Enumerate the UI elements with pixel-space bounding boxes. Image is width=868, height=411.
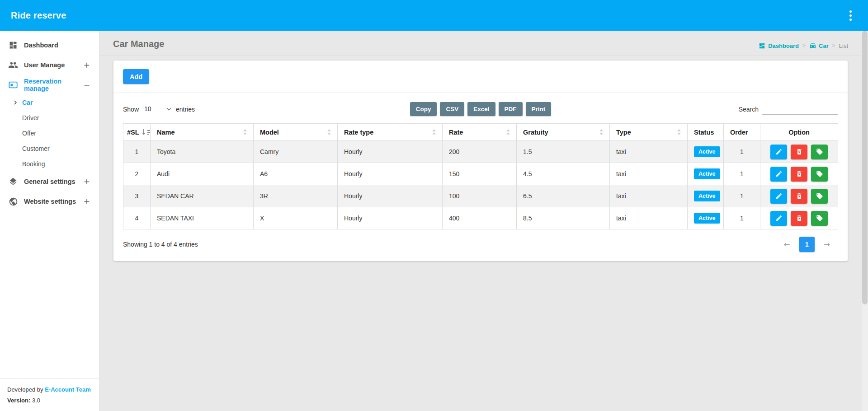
sidebar-item-general-settings[interactable]: General settings + (0, 172, 99, 191)
sidebar-subitem-label: Driver (22, 114, 39, 121)
breadcrumb-car[interactable]: Car (809, 42, 829, 49)
cell-gratuity: 1.5 (517, 141, 610, 163)
cell-type: taxi (610, 207, 688, 229)
pencil-icon (775, 215, 783, 222)
add-button[interactable]: Add (123, 69, 149, 84)
cell-order: 1 (724, 207, 760, 229)
card-top-section: Add (113, 61, 848, 93)
expand-icon: + (84, 61, 90, 70)
chevron-down-icon (167, 106, 171, 111)
sidebar-item-dashboard[interactable]: Dashboard (0, 35, 99, 55)
delete-button[interactable] (791, 145, 807, 159)
scrollbar-thumb[interactable] (862, 31, 868, 304)
tag-icon (816, 192, 823, 200)
cell-order: 1 (724, 141, 760, 163)
prev-page-arrow[interactable]: ← (784, 240, 790, 249)
delete-button[interactable] (791, 211, 807, 226)
trash-x-icon (796, 170, 803, 177)
column-header-name[interactable]: Name (151, 124, 254, 141)
tag-button[interactable] (811, 145, 828, 159)
sidebar-item-label: Dashboard (24, 42, 90, 49)
cell-name: Toyota (151, 141, 254, 163)
print-button[interactable]: Print (526, 102, 552, 116)
column-header-order: Order (724, 124, 760, 141)
csv-button[interactable]: CSV (440, 102, 464, 116)
breadcrumb: Dashboard > Car > List (759, 42, 848, 49)
cell-gratuity: 6.5 (517, 185, 610, 207)
cell-model: Camry (254, 141, 338, 163)
table-header: #SL Name Model (123, 124, 838, 141)
developed-by-line: Developed by E-Account Team (7, 384, 92, 395)
column-header-rate[interactable]: Rate (443, 124, 517, 141)
sidebar-subitem-offer[interactable]: Offer (0, 126, 99, 141)
column-header-sl[interactable]: #SL (123, 124, 151, 141)
tag-button[interactable] (811, 189, 828, 204)
sidebar-subitem-booking[interactable]: Booking (0, 156, 99, 172)
status-badge: Active (694, 191, 720, 201)
pdf-button[interactable]: PDF (499, 102, 523, 116)
trash-x-icon (796, 215, 803, 222)
cell-option (760, 207, 838, 229)
cell-option (760, 141, 838, 163)
tag-icon (816, 148, 823, 155)
edit-button[interactable] (770, 167, 787, 182)
search-label: Search (739, 106, 759, 113)
edit-button[interactable] (770, 211, 787, 226)
next-page-arrow[interactable]: → (824, 240, 830, 249)
cell-model: A6 (254, 163, 338, 185)
page-size-select[interactable]: 10 (143, 104, 171, 114)
sort-icon (327, 129, 331, 135)
table-row: 1ToyotaCamryHourly2001.5taxiActive1 (123, 141, 838, 163)
search-input[interactable] (762, 103, 838, 115)
cell-option (760, 163, 838, 185)
export-buttons: Copy CSV Excel PDF Print (410, 102, 552, 116)
cell-sl: 1 (123, 141, 151, 163)
sidebar-item-website-settings[interactable]: Website settings + (0, 191, 99, 211)
column-header-model[interactable]: Model (254, 124, 338, 141)
table-wrapper: #SL Name Model (113, 123, 848, 229)
breadcrumb-dashboard[interactable]: Dashboard (759, 42, 799, 49)
edit-button[interactable] (770, 145, 787, 159)
sidebar-subitem-label: Car (22, 99, 33, 106)
sidebar-subitem-driver[interactable]: Driver (0, 110, 99, 126)
scrollbar-track[interactable] (862, 31, 868, 411)
excel-button[interactable]: Excel (467, 102, 495, 116)
page-1-button[interactable]: 1 (799, 237, 815, 252)
search-control: Search (739, 103, 838, 115)
sidebar-footer: Developed by E-Account Team Version: 3.0 (0, 378, 99, 411)
sidebar-item-reservation-manage[interactable]: Reservation manage − (0, 75, 99, 95)
sidebar-item-label: User Manage (24, 61, 84, 69)
column-header-type[interactable]: Type (610, 124, 688, 141)
table-row: 4SEDAN TAXIXHourly4008.5taxiActive1 (123, 207, 838, 229)
delete-button[interactable] (791, 167, 807, 182)
column-header-rate-type[interactable]: Rate type (338, 124, 443, 141)
cell-status: Active (688, 185, 724, 207)
sidebar-item-label: General settings (24, 178, 84, 185)
pagination: ← 1 → (784, 237, 830, 252)
delete-button[interactable] (791, 189, 807, 204)
column-header-gratuity[interactable]: Gratuity (517, 124, 610, 141)
edit-button[interactable] (770, 189, 787, 204)
cell-order: 1 (724, 185, 760, 207)
sidebar-subitem-customer[interactable]: Customer (0, 141, 99, 156)
breadcrumb-separator: > (832, 42, 835, 49)
status-badge: Active (694, 168, 720, 179)
tag-button[interactable] (811, 211, 828, 226)
more-menu-icon[interactable] (847, 8, 854, 23)
team-link[interactable]: E-Account Team (45, 386, 91, 393)
table-body: 1ToyotaCamryHourly2001.5taxiActive1 2Aud… (123, 141, 838, 229)
table-toolbar: Show 10 entries Copy CSV Excel PDF Print… (113, 93, 848, 123)
sidebar-subitem-car[interactable]: Car (0, 95, 99, 110)
sort-icon (677, 129, 681, 135)
tag-button[interactable] (811, 167, 828, 182)
table-row: 3SEDAN CAR3RHourly1006.5taxiActive1 (123, 185, 838, 207)
column-header-option: Option (760, 124, 838, 141)
tag-icon (816, 215, 823, 222)
sidebar-item-label: Reservation manage (24, 78, 84, 92)
copy-button[interactable]: Copy (410, 102, 437, 116)
cell-type: taxi (610, 163, 688, 185)
chevron-right-icon (11, 98, 19, 107)
sort-active-icon (142, 129, 151, 135)
card-footer: Showing 1 to 4 of 4 entries ← 1 → (113, 229, 848, 261)
sidebar-item-user-manage[interactable]: User Manage + (0, 55, 99, 75)
